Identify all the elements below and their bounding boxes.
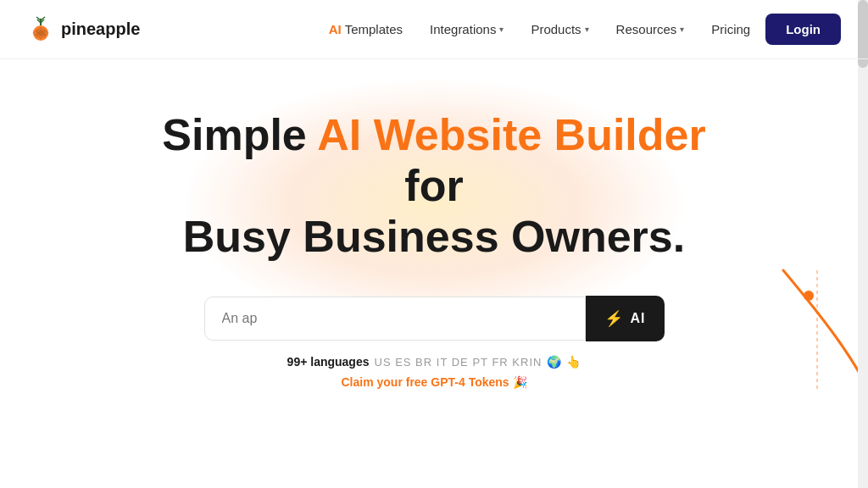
pointer-icon: 👆 — [566, 355, 581, 369]
integrations-chevron-icon: ▾ — [499, 25, 504, 34]
hero-section: Simple AI Website Builder for Busy Busin… — [0, 59, 868, 389]
ai-prefix: AI — [329, 22, 342, 36]
ai-generate-button[interactable]: ⚡ AI — [586, 296, 665, 341]
logo-area[interactable]: pineapple — [27, 16, 140, 43]
nav-item-integrations[interactable]: Integrations ▾ — [418, 15, 515, 43]
nav-item-products[interactable]: Products ▾ — [519, 15, 600, 43]
hero-title-highlight: AI Website Builder — [317, 110, 705, 159]
scrollbar[interactable] — [858, 0, 868, 488]
nav-item-pricing[interactable]: Pricing — [699, 15, 762, 43]
resources-chevron-icon: ▾ — [680, 25, 684, 34]
hero-title-line2: Busy Business Owners. — [183, 212, 685, 261]
nav-item-ai-templates[interactable]: AI Templates — [317, 15, 415, 43]
logo-text: pineapple — [61, 19, 140, 39]
nav-products-label: Products — [531, 22, 581, 36]
navbar: pineapple AI Templates Integrations ▾ Pr… — [0, 0, 868, 59]
language-count: 99+ languages — [287, 355, 370, 369]
languages-row: 99+ languages US ES BR IT DE PT FR KRIN … — [287, 355, 581, 369]
nav-resources-label: Resources — [616, 22, 677, 36]
hero-title: Simple AI Website Builder for Busy Busin… — [137, 110, 731, 262]
nav-integrations-label: Integrations — [430, 22, 496, 36]
lightning-icon: ⚡ — [604, 309, 624, 328]
hero-title-part2: for — [404, 161, 463, 210]
search-container: ⚡ AI — [204, 296, 665, 341]
language-codes: US ES BR IT DE PT FR KRIN — [375, 356, 542, 369]
products-chevron-icon: ▾ — [585, 25, 589, 34]
pineapple-icon — [27, 16, 54, 43]
globe-icon: 🌍 — [547, 355, 561, 369]
nav-links: AI Templates Integrations ▾ Products ▾ R… — [317, 14, 841, 45]
svg-point-7 — [804, 291, 814, 301]
login-button[interactable]: Login — [765, 14, 841, 45]
nav-item-resources[interactable]: Resources ▾ — [604, 15, 697, 43]
claim-free-tokens-link[interactable]: Claim your free GPT-4 Tokens 🎉 — [341, 375, 526, 389]
nav-pricing-label: Pricing — [711, 22, 750, 36]
ai-button-label: AI — [631, 311, 646, 326]
nav-templates-label: Templates — [345, 22, 403, 36]
search-input[interactable] — [204, 297, 586, 341]
hero-title-part1: Simple — [162, 110, 317, 159]
